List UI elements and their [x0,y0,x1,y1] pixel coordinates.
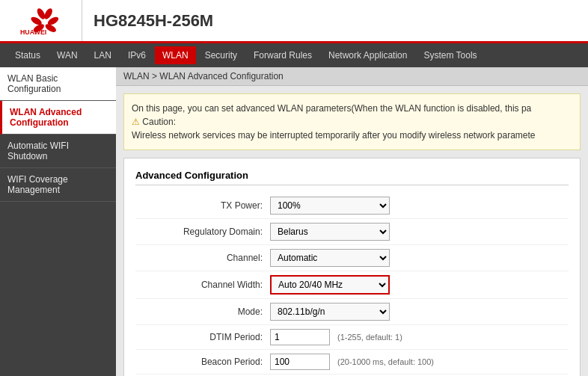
reg-domain-value: Belarus [270,223,390,241]
channel-width-select[interactable]: Auto 20/40 MHz20 MHz40 MHz [270,275,390,295]
breadcrumb: WLAN > WLAN Advanced Configuration [116,67,588,86]
tx-power-row: TX Power: 100%75%50%25% [135,193,569,219]
mode-select[interactable]: 802.11b/g/n802.11b802.11g802.11n [270,303,390,321]
nav-system-tools[interactable]: System Tools [416,46,484,64]
caution-detail: Wireless network services may be interru… [132,129,572,142]
sidebar-item-shutdown[interactable]: Automatic WIFI Shutdown [0,135,116,168]
huawei-logo: HUAWEI [15,6,67,36]
tx-power-select[interactable]: 100%75%50%25% [270,197,390,215]
mode-label: Mode: [135,306,270,317]
channel-select[interactable]: Automatic123611 [270,249,390,267]
nav-lan[interactable]: LAN [87,46,119,64]
nav-ipv6[interactable]: IPv6 [120,46,153,64]
channel-width-value: Auto 20/40 MHz20 MHz40 MHz [270,275,390,295]
nav-wan[interactable]: WAN [49,46,85,64]
reg-domain-select[interactable]: Belarus [270,223,390,241]
title-area: HG8245H-256M [82,11,588,31]
beacon-value: (20-1000 ms, default: 100) [270,354,434,370]
info-text: On this page, you can set advanced WLAN … [132,102,572,115]
mode-row: Mode: 802.11b/g/n802.11b802.11g802.11n [135,299,569,325]
nav-status[interactable]: Status [7,46,48,64]
nav-network-app[interactable]: Network Application [321,46,414,64]
config-title: Advanced Configuration [135,170,569,185]
sidebar-item-advanced[interactable]: WLAN Advanced Configuration [0,101,116,135]
svg-text:HUAWEI: HUAWEI [20,28,46,36]
channel-value: Automatic123611 [270,249,390,267]
beacon-hint: (20-1000 ms, default: 100) [337,357,434,366]
caution-text-label: Caution: [142,117,176,127]
mode-value: 802.11b/g/n802.11b802.11g802.11n [270,303,390,321]
caution-icon: ⚠ [132,117,142,127]
channel-label: Channel: [135,253,270,263]
nav-security[interactable]: Security [197,46,245,64]
beacon-input[interactable] [270,354,330,370]
channel-row: Channel: Automatic123611 [135,245,569,271]
main-content: WLAN > WLAN Advanced Configuration On th… [116,67,588,376]
dtim-value: (1-255, default: 1) [270,329,402,345]
config-section: Advanced Configuration TX Power: 100%75%… [123,158,581,376]
device-title: HG8245H-256M [94,11,213,30]
nav-bar: Status WAN LAN IPv6 WLAN Security Forwar… [0,43,588,67]
dtim-label: DTIM Period: [135,332,270,342]
channel-width-row: Channel Width: Auto 20/40 MHz20 MHz40 MH… [135,271,569,299]
tx-power-label: TX Power: [135,200,270,211]
nav-wlan[interactable]: WLAN [155,46,196,64]
sidebar-item-basic[interactable]: WLAN Basic Configuration [0,67,116,101]
info-box: On this page, you can set advanced WLAN … [123,93,581,150]
tx-power-value: 100%75%50%25% [270,197,390,215]
dtim-row: DTIM Period: (1-255, default: 1) [135,325,569,350]
sidebar: WLAN Basic Configuration WLAN Advanced C… [0,67,116,376]
beacon-label: Beacon Period: [135,357,270,367]
reg-domain-row: Regulatory Domain: Belarus [135,219,569,245]
sidebar-item-coverage[interactable]: WIFI Coverage Management [0,168,116,202]
reg-domain-label: Regulatory Domain: [135,226,270,237]
dtim-hint: (1-255, default: 1) [337,333,402,342]
beacon-row: Beacon Period: (20-1000 ms, default: 100… [135,350,569,375]
nav-forward-rules[interactable]: Forward Rules [246,46,319,64]
dtim-input[interactable] [270,329,330,345]
caution-label: ⚠ Caution: [132,115,572,129]
channel-width-label: Channel Width: [135,280,270,290]
logo-area: HUAWEI [0,0,82,41]
